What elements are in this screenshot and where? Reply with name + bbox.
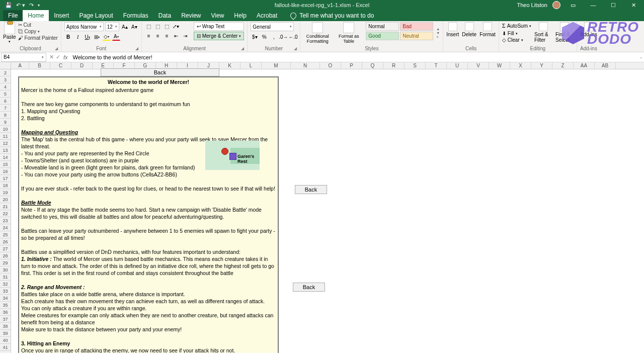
decrease-font-icon[interactable]: A▾ <box>130 23 138 31</box>
gallery-up-icon[interactable]: ▲ <box>436 27 440 31</box>
currency-icon[interactable]: $▾ <box>251 33 259 41</box>
increase-font-icon[interactable]: A▴ <box>121 23 129 31</box>
row-header[interactable]: 38 <box>0 323 11 330</box>
wrap-text-button[interactable]: ↩Wrap Text <box>194 22 245 31</box>
alignment-launcher[interactable]: ◢ <box>241 46 246 51</box>
maximize-icon[interactable]: ☐ <box>606 0 621 10</box>
col-header[interactable]: A <box>11 62 29 69</box>
addins-button[interactable]: Add-ins <box>580 22 597 37</box>
row-header[interactable]: 23 <box>0 217 11 224</box>
select-all-corner[interactable] <box>0 62 11 69</box>
col-header[interactable]: N <box>291 62 320 69</box>
row-header[interactable]: 41 <box>0 344 11 351</box>
row-header[interactable]: 37 <box>0 316 11 323</box>
font-name-select[interactable]: Aptos Narrow▾ <box>64 22 104 31</box>
tab-acrobat[interactable]: Acrobat <box>252 10 282 21</box>
font-launcher[interactable]: ◢ <box>135 46 140 51</box>
enter-formula-icon[interactable]: ✓ <box>56 54 60 60</box>
tab-view[interactable]: View <box>206 10 229 21</box>
row-header[interactable]: 4 <box>0 83 11 90</box>
paste-button[interactable]: Paste▾ <box>3 22 16 44</box>
font-color-button[interactable]: A▾ <box>112 33 120 41</box>
autosum-button[interactable]: ΣAutoSum▾ <box>502 22 531 30</box>
col-header[interactable]: W <box>489 62 510 69</box>
col-header[interactable]: T <box>426 62 447 69</box>
save-icon[interactable]: 💾 <box>5 2 12 9</box>
row-header[interactable]: 39 <box>0 330 11 337</box>
row-header[interactable]: 18 <box>0 182 11 189</box>
font-size-select[interactable]: 12▾ <box>105 22 119 31</box>
number-format-select[interactable]: General▾ <box>251 22 294 31</box>
style-good[interactable]: Good <box>366 32 399 40</box>
row-header[interactable]: 32 <box>0 281 11 288</box>
increase-indent-icon[interactable]: ⇥ <box>181 32 189 40</box>
row-header[interactable]: 17 <box>0 175 11 182</box>
col-header[interactable]: Y <box>531 62 552 69</box>
align-center-icon[interactable]: ≡ <box>154 32 162 40</box>
row-header[interactable]: 9 <box>0 119 11 126</box>
percent-icon[interactable]: % <box>260 33 268 41</box>
row-header[interactable]: 20 <box>0 196 11 203</box>
back-button-1[interactable]: Back <box>101 68 219 76</box>
merge-center-button[interactable]: ⊟Merge & Center▾ <box>194 32 245 40</box>
col-header[interactable]: K <box>219 62 240 69</box>
col-header[interactable]: Z <box>552 62 574 69</box>
align-right-icon[interactable]: ≡ <box>163 32 171 40</box>
border-button[interactable]: ⊞▾ <box>93 33 101 41</box>
row-header[interactable]: 22 <box>0 210 11 217</box>
col-header[interactable]: D <box>71 62 93 69</box>
tab-help[interactable]: Help <box>229 10 252 21</box>
conditional-formatting-button[interactable]: Conditional Formatting <box>303 22 332 44</box>
fill-button[interactable]: ⬇Fill▾ <box>502 31 531 36</box>
row-header[interactable]: 14 <box>0 154 11 161</box>
row-header[interactable]: 36 <box>0 309 11 316</box>
decrease-decimal-icon[interactable]: ←.0 <box>289 33 297 41</box>
row-header[interactable]: 24 <box>0 224 11 231</box>
col-header[interactable]: X <box>510 62 531 69</box>
row-header[interactable]: 12 <box>0 140 11 147</box>
row-header[interactable]: 6 <box>0 98 11 105</box>
qat-custom-icon[interactable]: ▾ <box>38 3 40 8</box>
number-launcher[interactable]: ◢ <box>294 46 299 51</box>
increase-decimal-icon[interactable]: .0→ <box>279 33 287 41</box>
row-header[interactable]: 27 <box>0 245 11 252</box>
tab-page-layout[interactable]: Page Layout <box>74 10 118 21</box>
col-header[interactable]: C <box>50 62 71 69</box>
comma-icon[interactable]: , <box>270 33 278 41</box>
tab-file[interactable]: File <box>3 10 23 21</box>
align-left-icon[interactable]: ≡ <box>145 32 153 40</box>
clipboard-launcher[interactable]: ◢ <box>55 46 60 51</box>
tell-me[interactable]: Tell me what you want to do <box>288 10 376 21</box>
avatar[interactable] <box>552 1 560 9</box>
format-cells-button[interactable]: Format <box>479 22 496 37</box>
col-header[interactable]: AA <box>574 62 595 69</box>
style-normal[interactable]: Normal <box>366 22 399 31</box>
row-header[interactable]: 40 <box>0 337 11 344</box>
redo-icon[interactable]: ↷ <box>29 2 34 9</box>
sort-filter-button[interactable]: Sort & Filter <box>534 22 552 43</box>
close-icon[interactable]: ✕ <box>626 0 641 10</box>
row-header[interactable]: 2 <box>0 69 11 76</box>
undo-icon[interactable]: ↶ ▾ <box>16 2 25 9</box>
row-header[interactable]: 31 <box>0 274 11 281</box>
tab-formulas[interactable]: Formulas <box>118 10 153 21</box>
row-header[interactable]: 30 <box>0 266 11 274</box>
row-header[interactable]: 13 <box>0 147 11 154</box>
style-gallery[interactable]: Normal Bad Good Neutral <box>366 22 433 44</box>
decrease-indent-icon[interactable]: ⇤ <box>172 32 180 40</box>
clear-button[interactable]: ◇Clear▾ <box>502 37 531 43</box>
row-header[interactable]: 25 <box>0 231 11 238</box>
row-header[interactable]: 33 <box>0 288 11 295</box>
cancel-formula-icon[interactable]: ✕ <box>49 54 54 60</box>
row-header[interactable]: 10 <box>0 126 11 133</box>
row-header[interactable]: 26 <box>0 238 11 245</box>
align-top-icon[interactable]: ⬚ <box>145 22 153 30</box>
col-header[interactable]: B <box>29 62 50 69</box>
row-header[interactable]: 5 <box>0 90 11 98</box>
italic-button[interactable]: I <box>74 33 82 41</box>
underline-button[interactable]: U▾ <box>84 33 92 41</box>
align-middle-icon[interactable]: ⬚ <box>154 22 162 30</box>
row-header[interactable]: 28 <box>0 252 11 259</box>
format-as-table-button[interactable]: Format as Table <box>335 22 363 44</box>
find-select-button[interactable]: Find & Select <box>555 22 574 43</box>
